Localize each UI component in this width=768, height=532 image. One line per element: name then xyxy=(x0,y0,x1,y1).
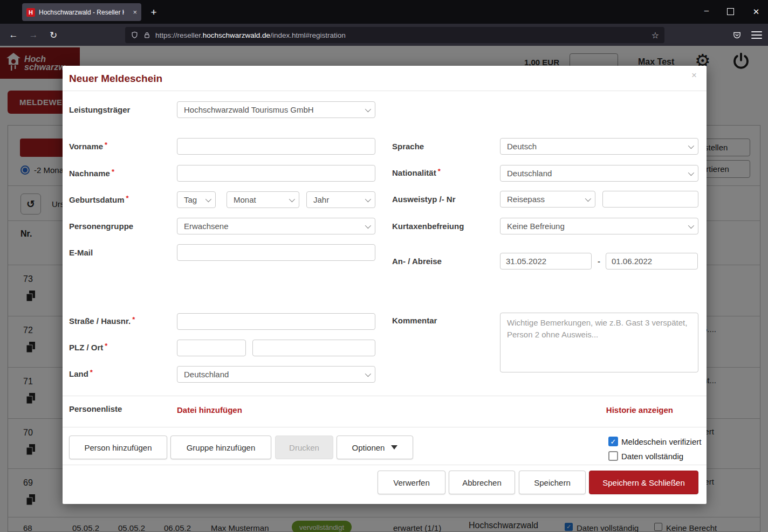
url-path: /index.html#registration xyxy=(270,31,346,39)
label-nationalitaet: Nationalität* xyxy=(392,168,441,177)
label-text: Nationalität xyxy=(392,168,436,177)
label-text: Nachname xyxy=(69,169,110,178)
add-file-link[interactable]: Datei hinzufügen xyxy=(177,405,242,414)
label-text: PLZ / Ort xyxy=(69,343,103,352)
chevron-down-icon xyxy=(585,196,591,202)
daten-vollstaendig-checkbox[interactable] xyxy=(608,451,618,461)
chevron-down-icon xyxy=(365,223,371,229)
select-value: Reisepass xyxy=(507,195,545,204)
label-kommentar: Kommentar xyxy=(392,316,437,325)
label-land: Land* xyxy=(69,369,93,378)
print-button[interactable]: Drucken xyxy=(275,436,333,459)
label-personengruppe: Personengruppe xyxy=(69,222,133,231)
geburtsjahr-select[interactable]: Jahr xyxy=(306,191,375,208)
select-value: Jahr xyxy=(313,195,329,204)
reload-button[interactable]: ↻ xyxy=(46,28,60,42)
save-button[interactable]: Speichern xyxy=(519,471,586,494)
shield-icon[interactable] xyxy=(131,31,139,39)
label-strasse: Straße / Hausnr.* xyxy=(69,316,135,326)
menu-icon[interactable] xyxy=(751,31,762,39)
required-asterisk: * xyxy=(105,141,107,149)
personengruppe-select[interactable]: Erwachsene xyxy=(177,218,375,234)
meldeschein-verifiziert-checkbox[interactable]: ✓ xyxy=(608,437,618,446)
button-label: Gruppe hinzufügen xyxy=(187,443,256,452)
label-text: Personengruppe xyxy=(69,222,133,231)
chevron-down-icon xyxy=(365,371,371,377)
label-nachname: Nachname* xyxy=(69,169,114,178)
url-scheme: https://reseller. xyxy=(155,31,203,39)
save-and-close-button[interactable]: Speichern & Schließen xyxy=(589,471,698,494)
required-asterisk: * xyxy=(126,194,129,202)
site-favicon-icon: H xyxy=(26,8,35,17)
select-value: Deutschland xyxy=(184,370,229,379)
geburtstag-select[interactable]: Tag xyxy=(177,191,216,208)
kommentar-textarea[interactable] xyxy=(500,313,698,372)
label-ausweistyp: Ausweistyp /- Nr xyxy=(392,195,456,204)
ort-input[interactable] xyxy=(252,340,375,356)
label-geburtsdatum: Geburtsdatum* xyxy=(69,195,129,204)
cancel-button[interactable]: Abbrechen xyxy=(449,471,515,494)
browser-tab[interactable]: H Hochschwarzwald - Reseller Kas × xyxy=(22,3,141,21)
label-text: Ausweistyp /- Nr xyxy=(392,195,456,204)
modal-close-icon[interactable]: × xyxy=(691,70,697,81)
kurtaxenbefreiung-select[interactable]: Keine Befreiung xyxy=(500,218,698,234)
window-minimize-button[interactable]: – xyxy=(701,4,712,15)
select-value: Deutschland xyxy=(507,169,552,178)
bookmark-star-icon[interactable]: ☆ xyxy=(652,30,659,40)
forward-button[interactable]: → xyxy=(26,28,40,42)
nationalitaet-select[interactable]: Deutschland xyxy=(500,165,698,182)
url-bar[interactable]: https://reseller.hochschwarzwald.de/inde… xyxy=(125,27,664,43)
add-group-button[interactable]: Gruppe hinzufügen xyxy=(170,436,271,459)
label-text: Vorname xyxy=(69,142,103,151)
browser-navbar: ← → ↻ https://reseller.hochschwarzwald.d… xyxy=(0,24,768,46)
vorname-input[interactable] xyxy=(177,138,375,155)
label-leistungstraeger: Leistungsträger xyxy=(69,105,130,114)
window-close-button[interactable]: ✕ xyxy=(751,6,762,17)
button-label: Speichern & Schließen xyxy=(602,478,685,487)
geburtsmonat-select[interactable]: Monat xyxy=(227,191,299,208)
chevron-down-icon xyxy=(205,196,211,202)
button-label: Drucken xyxy=(289,443,319,452)
button-label: Verwerfen xyxy=(393,478,430,487)
button-label: Abbrechen xyxy=(462,478,502,487)
select-value: Monat xyxy=(234,195,256,204)
back-button[interactable]: ← xyxy=(6,28,20,42)
complete-checkbox-row: Daten vollständig xyxy=(608,451,683,461)
label-text: Sprache xyxy=(392,142,424,151)
email-input[interactable] xyxy=(177,244,375,261)
label-personenliste: Personenliste xyxy=(69,404,122,413)
window-maximize-button[interactable] xyxy=(727,8,734,15)
chevron-down-icon xyxy=(365,196,371,202)
new-tab-button[interactable]: + xyxy=(147,5,161,19)
discard-button[interactable]: Verwerfen xyxy=(378,471,445,494)
chevron-down-icon xyxy=(365,106,371,112)
anreise-input[interactable] xyxy=(500,253,592,270)
plz-input[interactable] xyxy=(177,340,246,356)
select-value: Erwachsene xyxy=(184,222,229,231)
strasse-input[interactable] xyxy=(177,313,375,330)
add-person-button[interactable]: Person hinzufügen xyxy=(69,436,167,459)
label-kurtaxenbefreiung: Kurtaxenbefreiung xyxy=(392,222,464,231)
required-asterisk: * xyxy=(112,168,114,176)
browser-titlebar: H Hochschwarzwald - Reseller Kas × + – ✕ xyxy=(0,0,768,24)
pocket-icon[interactable] xyxy=(730,28,744,42)
label-text: Straße / Hausnr. xyxy=(69,316,131,326)
show-history-link[interactable]: Historie anzeigen xyxy=(606,405,673,414)
ausweistyp-select[interactable]: Reisepass xyxy=(500,191,595,208)
button-label: Person hinzufügen xyxy=(84,443,152,452)
tab-close-icon[interactable]: × xyxy=(133,8,137,16)
ausweisnummer-input[interactable] xyxy=(602,191,698,208)
abreise-input[interactable] xyxy=(606,253,698,270)
nachname-input[interactable] xyxy=(177,165,375,182)
checkbox-label: Daten vollständig xyxy=(621,452,683,461)
sprache-select[interactable]: Deutsch xyxy=(500,138,698,155)
options-button[interactable]: Optionen xyxy=(337,436,413,459)
url-text: https://reseller.hochschwarzwald.de/inde… xyxy=(155,31,346,39)
leistungstraeger-select[interactable]: Hochschwarzwald Tourismus GmbH xyxy=(177,101,375,118)
label-text: Geburtsdatum xyxy=(69,195,125,204)
chevron-down-icon xyxy=(289,196,295,202)
land-select[interactable]: Deutschland xyxy=(177,366,375,383)
lock-icon[interactable] xyxy=(143,31,150,39)
url-domain: hochschwarzwald.de xyxy=(203,31,270,39)
modal-neuer-meldeschein: Neuer Meldeschein × Leistungsträger Hoch… xyxy=(63,66,707,504)
